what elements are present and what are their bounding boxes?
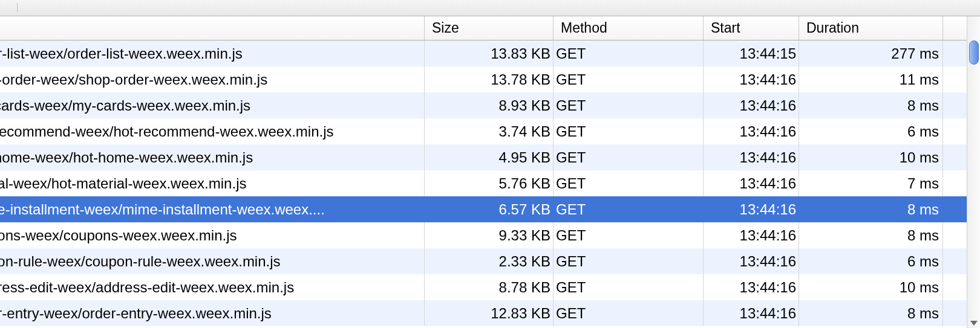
cell-size: 4.95 KB <box>425 144 554 170</box>
cell-size: 3.74 KB <box>425 118 554 144</box>
cell-method: GET <box>554 170 704 196</box>
table-row[interactable]: pon-rule-weex/coupon-rule-weex.weex.min.… <box>0 248 980 274</box>
cell-name: ne-installment-weex/mime-installment-wee… <box>0 196 425 222</box>
cell-method: GET <box>554 222 704 248</box>
table-row[interactable]: -recommend-weex/hot-recommend-weex.weex.… <box>0 118 980 144</box>
cell-name: rial-weex/hot-material-weex.weex.min.js <box>0 170 425 196</box>
table-row[interactable]: ne-installment-weex/mime-installment-wee… <box>0 196 980 222</box>
header-method[interactable]: Method <box>554 16 704 40</box>
cell-start: 13:44:16 <box>704 196 799 222</box>
table-row[interactable]: -cards-weex/my-cards-weex.weex.min.js8.9… <box>0 92 980 118</box>
cell-start: 13:44:16 <box>704 118 799 144</box>
header-name[interactable] <box>0 16 425 40</box>
cell-size: 13.78 KB <box>425 66 554 92</box>
cell-name: -cards-weex/my-cards-weex.weex.min.js <box>0 92 425 118</box>
table-body: er-list-weex/order-list-weex.weex.min.js… <box>0 40 980 326</box>
cell-start: 13:44:16 <box>704 170 799 196</box>
cell-name: er-list-weex/order-list-weex.weex.min.js <box>0 40 425 66</box>
cell-start: 13:44:15 <box>704 40 799 66</box>
table-row[interactable]: pons-weex/coupons-weex.weex.min.js9.33 K… <box>0 222 980 248</box>
cell-method: GET <box>554 248 704 274</box>
cell-start: 13:44:16 <box>704 248 799 274</box>
cell-method: GET <box>554 40 704 66</box>
toolbar-area <box>0 0 980 16</box>
cell-start: 13:44:16 <box>704 66 799 92</box>
cell-size: 13.83 KB <box>425 40 554 66</box>
cell-name: -recommend-weex/hot-recommend-weex.weex.… <box>0 118 425 144</box>
cell-duration: 10 ms <box>799 274 943 300</box>
cell-duration: 277 ms <box>799 40 943 66</box>
header-start[interactable]: Start <box>704 16 799 40</box>
cell-size: 8.78 KB <box>425 274 554 300</box>
table-row[interactable]: rial-weex/hot-material-weex.weex.min.js5… <box>0 170 980 196</box>
cell-start: 13:44:16 <box>704 92 799 118</box>
cell-size: 12.83 KB <box>425 300 554 326</box>
table-row[interactable]: p-order-weex/shop-order-weex.weex.min.js… <box>0 66 980 92</box>
table-row[interactable]: dress-edit-weex/address-edit-weex.weex.m… <box>0 274 980 300</box>
toolbar-divider <box>17 3 18 12</box>
cell-name: p-order-weex/shop-order-weex.weex.min.js <box>0 66 425 92</box>
cell-size: 5.76 KB <box>425 170 554 196</box>
cell-start: 13:44:16 <box>704 222 799 248</box>
table-row[interactable]: er-list-weex/order-list-weex.weex.min.js… <box>0 40 980 66</box>
cell-duration: 8 ms <box>799 196 943 222</box>
cell-duration: 8 ms <box>799 222 943 248</box>
cell-method: GET <box>554 300 704 326</box>
table-row[interactable]: er-entry-weex/order-entry-weex.weex.min.… <box>0 300 980 326</box>
cell-duration: 6 ms <box>799 118 943 144</box>
cell-duration: 7 ms <box>799 170 943 196</box>
header-size[interactable]: Size <box>425 16 554 40</box>
cell-start: 13:44:16 <box>704 274 799 300</box>
cell-duration: 6 ms <box>799 248 943 274</box>
cell-method: GET <box>554 66 704 92</box>
cell-duration: 8 ms <box>799 92 943 118</box>
cell-size: 8.93 KB <box>425 92 554 118</box>
cell-duration: 10 ms <box>799 144 943 170</box>
cell-start: 13:44:16 <box>704 300 799 326</box>
cell-method: GET <box>554 118 704 144</box>
cell-name: pon-rule-weex/coupon-rule-weex.weex.min.… <box>0 248 425 274</box>
cell-name: dress-edit-weex/address-edit-weex.weex.m… <box>0 274 425 300</box>
cell-method: GET <box>554 92 704 118</box>
cell-name: pons-weex/coupons-weex.weex.min.js <box>0 222 425 248</box>
vertical-scrollbar[interactable] <box>967 16 980 328</box>
cell-method: GET <box>554 196 704 222</box>
network-table: Size Method Start Duration er-list-weex/… <box>0 16 980 326</box>
cell-size: 9.33 KB <box>425 222 554 248</box>
cell-duration: 11 ms <box>799 66 943 92</box>
scroll-down-icon[interactable] <box>970 321 978 326</box>
scroll-thumb[interactable] <box>969 40 979 65</box>
cell-size: 6.57 KB <box>425 196 554 222</box>
cell-duration: 8 ms <box>799 300 943 326</box>
table-row[interactable]: -home-weex/hot-home-weex.weex.min.js4.95… <box>0 144 980 170</box>
header-duration[interactable]: Duration <box>799 16 943 40</box>
cell-method: GET <box>554 144 704 170</box>
cell-size: 2.33 KB <box>425 248 554 274</box>
table-header: Size Method Start Duration <box>0 16 980 40</box>
cell-start: 13:44:16 <box>704 144 799 170</box>
cell-name: er-entry-weex/order-entry-weex.weex.min.… <box>0 300 425 326</box>
cell-method: GET <box>554 274 704 300</box>
cell-name: -home-weex/hot-home-weex.weex.min.js <box>0 144 425 170</box>
